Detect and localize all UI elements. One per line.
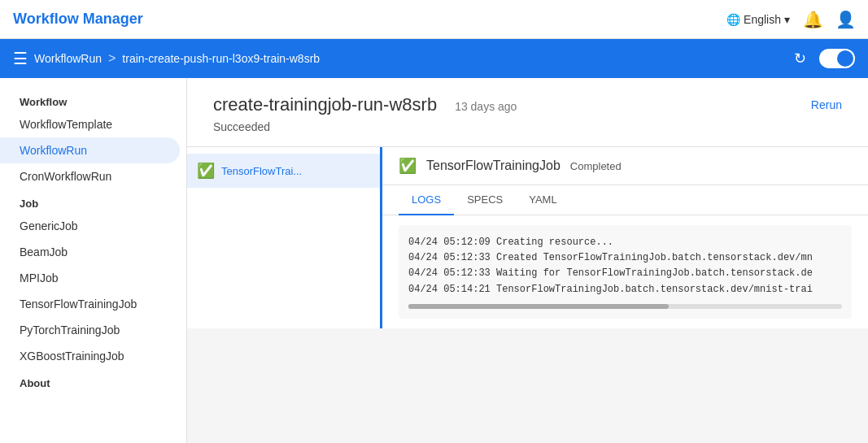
detail-title-group: create-trainingjob-run-w8srb 13 days ago	[213, 94, 517, 115]
app-title[interactable]: Workflow Manager	[13, 11, 143, 28]
sidebar-item-pytorchtrainingjob[interactable]: PyTorchTrainingJob	[0, 317, 186, 343]
translate-icon: 🌐	[726, 13, 740, 26]
job-panel: ✅ TensorFlowTrai... ✅ TensorFlowTraining…	[187, 147, 868, 328]
sidebar-item-mpijob[interactable]: MPIJob	[0, 265, 186, 291]
job-detail-success-icon: ✅	[399, 157, 417, 175]
log-line-3: 04/24 05:12:33 Waiting for TensorFlowTra…	[408, 266, 842, 281]
job-detail: ✅ TensorFlowTrainingJob Completed LOGS S…	[382, 147, 868, 328]
sidebar-item-workflowrun[interactable]: WorkflowRun	[0, 137, 180, 163]
job-list-item[interactable]: ✅ TensorFlowTrai...	[187, 154, 380, 188]
job-list-item-label: TensorFlowTrai...	[221, 165, 302, 177]
detail-status: Succeeded	[213, 120, 842, 133]
detail-time: 13 days ago	[455, 100, 517, 113]
sidebar-item-cronworkflowrun[interactable]: CronWorkflowRun	[0, 163, 186, 189]
tab-yaml[interactable]: YAML	[516, 185, 569, 215]
job-name: TensorFlowTrainingJob	[426, 159, 560, 173]
detail-title: create-trainingjob-run-w8srb	[213, 94, 437, 115]
sidebar-section-title-job: Job	[0, 189, 186, 213]
sidebar-section-title-about: About	[0, 369, 186, 393]
menu-button[interactable]: ☰	[13, 49, 28, 68]
sidebar-item-beamjob[interactable]: BeamJob	[0, 239, 186, 265]
sidebar-item-tensorflowtrainingjob[interactable]: TensorFlowTrainingJob	[0, 291, 186, 317]
main-layout: Workflow WorkflowTemplate WorkflowRun Cr…	[0, 78, 868, 443]
sidebar-section-about: About	[0, 369, 186, 393]
toggle-switch[interactable]	[819, 49, 855, 68]
scrollbar-thumb	[408, 304, 669, 309]
refresh-button[interactable]: ↻	[794, 50, 806, 67]
detail-title-row: create-trainingjob-run-w8srb 13 days ago…	[213, 94, 842, 115]
job-success-icon: ✅	[197, 162, 215, 180]
tabs: LOGS SPECS YAML	[382, 185, 868, 215]
topbar-right: 🌐 English ▾ 🔔 👤	[726, 10, 855, 29]
sidebar-section-job: Job GenericJob BeamJob MPIJob TensorFlow…	[0, 189, 186, 369]
log-line-2: 04/24 05:12:33 Created TensorFlowTrainin…	[408, 250, 842, 266]
sidebar-section-workflow: Workflow WorkflowTemplate WorkflowRun Cr…	[0, 88, 186, 189]
rerun-button[interactable]: Rerun	[811, 98, 842, 111]
breadcrumb-current: train-create-push-run-l3ox9-train-w8srb	[122, 52, 320, 65]
topbar-left: Workflow Manager	[13, 11, 143, 28]
toggle-knob	[837, 50, 853, 67]
sidebar-item-workflowtemplate[interactable]: WorkflowTemplate	[0, 111, 186, 137]
account-button[interactable]: 👤	[835, 10, 855, 29]
tab-logs[interactable]: LOGS	[399, 185, 454, 215]
breadcrumb-bar: ☰ WorkflowRun > train-create-push-run-l3…	[0, 39, 868, 78]
log-line-1: 04/24 05:12:09 Creating resource...	[408, 235, 842, 250]
job-completed: Completed	[570, 160, 622, 172]
notifications-button[interactable]: 🔔	[803, 10, 822, 29]
breadcrumb-parent[interactable]: WorkflowRun	[34, 52, 102, 65]
logs-container: 04/24 05:12:09 Creating resource... 04/2…	[399, 225, 852, 319]
chevron-down-icon: ▾	[784, 13, 790, 26]
job-list: ✅ TensorFlowTrai...	[187, 147, 382, 328]
job-detail-header: ✅ TensorFlowTrainingJob Completed	[382, 147, 868, 185]
sidebar-section-title-workflow: Workflow	[0, 88, 186, 111]
sidebar: Workflow WorkflowTemplate WorkflowRun Cr…	[0, 78, 187, 443]
detail-header: create-trainingjob-run-w8srb 13 days ago…	[187, 78, 868, 147]
language-selector[interactable]: 🌐 English ▾	[726, 13, 790, 26]
tab-specs[interactable]: SPECS	[454, 185, 516, 215]
breadcrumb-actions: ↻	[794, 49, 855, 68]
log-line-4: 04/24 05:14:21 TensorFlowTrainingJob.bat…	[408, 282, 842, 298]
topbar: Workflow Manager 🌐 English ▾ 🔔 👤	[0, 0, 868, 39]
breadcrumb-separator: >	[108, 51, 116, 66]
sidebar-item-genericjob[interactable]: GenericJob	[0, 213, 186, 239]
main-content: create-trainingjob-run-w8srb 13 days ago…	[187, 78, 868, 443]
language-label: English	[744, 13, 781, 26]
scrollbar-track[interactable]	[408, 304, 842, 309]
sidebar-item-xgboosttrainingjob[interactable]: XGBoostTrainingJob	[0, 343, 186, 369]
